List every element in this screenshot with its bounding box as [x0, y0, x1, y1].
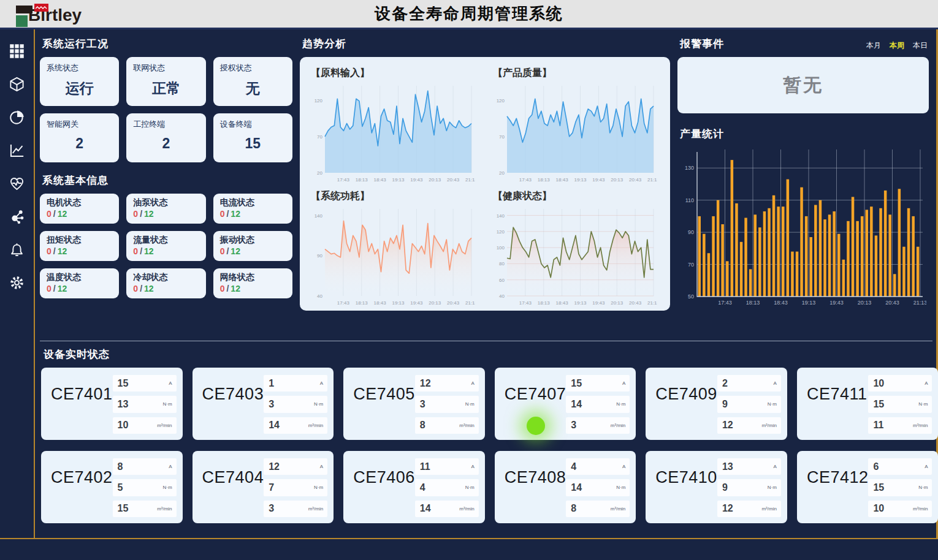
device-name: CE7405 — [353, 385, 415, 434]
device-metric: 6A — [868, 458, 932, 475]
device-card[interactable]: CE741013A9N·m12m³/min — [646, 451, 787, 523]
svg-text:18:13: 18:13 — [746, 300, 760, 306]
device-name: CE7408 — [505, 468, 566, 517]
svg-text:19:43: 19:43 — [829, 300, 844, 306]
metric-value: 8 — [571, 503, 576, 514]
device-card[interactable]: CE74028A5N·m15m³/min — [41, 451, 183, 523]
device-metric: 5N·m — [113, 479, 177, 496]
status-card-label: 授权状态 — [220, 62, 286, 74]
count-separator: / — [224, 246, 231, 256]
sidebar-nav — [0, 29, 35, 538]
count-separator: / — [138, 246, 144, 256]
device-name: CE7411 — [807, 385, 867, 434]
svg-text:40: 40 — [499, 293, 505, 299]
trend-chart-cell: 【系统功耗】409014017:4318:1318:4319:1319:4320… — [308, 185, 478, 308]
device-name: CE7401 — [51, 385, 113, 434]
alarm-tab[interactable]: 本月 — [866, 40, 881, 51]
svg-text:19:13: 19:13 — [392, 177, 405, 183]
device-card[interactable]: CE740611A4N·m14m³/min — [343, 451, 485, 523]
status-card-value: 无 — [213, 79, 292, 98]
svg-text:50: 50 — [688, 293, 694, 300]
metric-value: 15 — [873, 399, 884, 410]
svg-text:18:13: 18:13 — [356, 177, 368, 183]
heart-pulse-icon[interactable] — [9, 175, 25, 192]
brand-logo-mark — [16, 3, 48, 28]
main-area: 系统运行工况 系统状态运行联网状态正常授权状态无智能网关2工控终端2设备终端15… — [0, 29, 938, 538]
trend-column: 趋势分析 【原料输入】207012017:4318:1318:4319:1319… — [300, 32, 670, 335]
alarm-tab[interactable]: 本周 — [890, 40, 904, 51]
device-card[interactable]: CE740115A13N·m10m³/min — [41, 368, 183, 440]
alarm-header: 报警事件 本月本周本日 — [680, 37, 928, 51]
metric-value: 12 — [722, 503, 733, 514]
logo-wave-icon — [36, 6, 47, 10]
device-name: CE7406 — [353, 468, 415, 517]
svg-text:20:43: 20:43 — [629, 300, 642, 306]
pie-chart-icon[interactable] — [9, 109, 25, 126]
device-metric: 11m³/min — [868, 417, 932, 434]
status-card-value: 运行 — [40, 79, 119, 98]
device-card[interactable]: CE74126A15N·m10m³/min — [797, 451, 938, 523]
total-count: 12 — [58, 284, 67, 293]
svg-text:20: 20 — [317, 170, 322, 176]
bell-icon[interactable] — [9, 241, 25, 258]
info-card-label: 振动状态 — [220, 235, 286, 246]
svg-text:19:13: 19:13 — [574, 177, 587, 183]
metric-unit: m³/min — [308, 506, 323, 512]
metric-value: 15 — [118, 503, 129, 514]
metric-unit: N·m — [465, 485, 475, 490]
alarm-filter-tabs: 本月本周本日 — [866, 40, 928, 51]
device-card[interactable]: CE740512A3N·m8m³/min — [343, 368, 485, 440]
info-card: 温度状态0/12 — [40, 268, 119, 298]
count-separator: / — [138, 209, 144, 219]
left-column: 系统运行工况 系统状态运行联网状态正常授权状态无智能网关2工控终端2设备终端15… — [40, 32, 292, 335]
gear-icon[interactable] — [9, 274, 25, 291]
line-chart-icon[interactable] — [9, 142, 25, 159]
metric-value: 9 — [722, 399, 728, 410]
trend-line-chart: 207012017:4318:1318:4319:1319:4320:1320:… — [308, 80, 475, 184]
total-count: 12 — [231, 284, 240, 293]
device-metrics: 12A3N·m8m³/min — [415, 375, 479, 434]
device-card[interactable]: CE740715A14N·m3m³/min — [495, 368, 636, 440]
metric-value: 4 — [571, 461, 576, 472]
metric-value: 12 — [420, 378, 431, 389]
grid-icon[interactable] — [9, 43, 25, 59]
device-card[interactable]: CE74092A9N·m12m³/min — [646, 368, 787, 440]
alarm-empty-card: 暂无 — [677, 57, 929, 113]
svg-text:90: 90 — [317, 253, 322, 259]
device-name: CE7403 — [202, 385, 264, 434]
svg-text:21:13: 21:13 — [465, 177, 475, 183]
status-card-value: 2 — [126, 135, 205, 152]
alarm-tab[interactable]: 本日 — [913, 40, 928, 51]
metric-unit: N·m — [918, 485, 928, 490]
metric-value: 6 — [873, 461, 879, 472]
metric-unit: N·m — [768, 401, 777, 407]
device-card[interactable]: CE74031A3N·m14m³/min — [193, 368, 334, 440]
device-metric: 8m³/min — [415, 417, 479, 434]
metric-value: 13 — [722, 461, 733, 472]
device-name: CE7409 — [655, 385, 717, 434]
trend-chart-cell: 【产品质量】207012017:4318:1318:4319:1319:4320… — [490, 62, 660, 185]
device-metric: 10m³/min — [868, 501, 932, 517]
status-card-value: 正常 — [126, 79, 205, 98]
device-card[interactable]: CE741110A15N·m11m³/min — [797, 368, 938, 440]
device-card[interactable]: CE74084A14N·m8m³/min — [495, 451, 636, 523]
device-metrics: 13A9N·m12m³/min — [717, 458, 781, 517]
cube-icon[interactable] — [9, 76, 25, 93]
device-name: CE7404 — [202, 468, 264, 517]
status-card: 授权状态无 — [213, 57, 292, 106]
metric-unit: A — [925, 380, 928, 386]
info-card-label: 网络状态 — [220, 272, 286, 283]
svg-text:18:43: 18:43 — [556, 177, 569, 183]
device-metric: 10m³/min — [113, 417, 177, 434]
device-card[interactable]: CE740412A7N·m3m³/min — [193, 451, 334, 523]
logo-green-block — [16, 15, 28, 27]
svg-text:19:13: 19:13 — [802, 300, 816, 306]
count-separator: / — [224, 284, 231, 293]
device-metrics: 4A14N·m8m³/min — [566, 458, 630, 517]
network-icon[interactable] — [9, 208, 25, 225]
trend-chart-cell: 【原料输入】207012017:4318:1318:4319:1319:4320… — [308, 62, 478, 185]
alert-count: 0 — [47, 246, 51, 256]
device-metric: 15A — [113, 375, 177, 392]
svg-text:21:13: 21:13 — [465, 300, 475, 306]
info-card-label: 油泵状态 — [133, 197, 199, 208]
